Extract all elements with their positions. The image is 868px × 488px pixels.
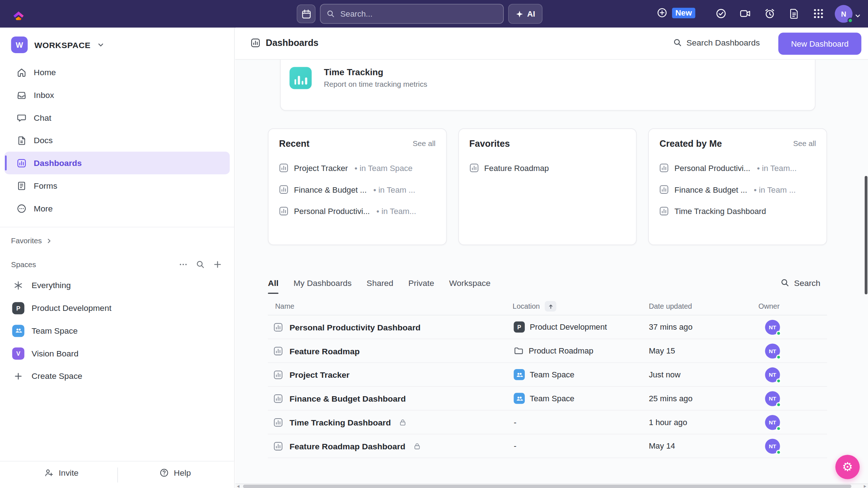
global-search[interactable] <box>320 4 504 24</box>
table-row[interactable]: Feature Roadmap Dashboard-May 14NT <box>268 435 827 458</box>
chevron-right-icon <box>46 238 52 244</box>
column-date-updated[interactable]: Date updated <box>649 302 758 311</box>
docs-icon <box>17 135 27 145</box>
sidebar-item-label: Home <box>34 68 56 77</box>
dashboard-name: Project Tracker <box>294 163 348 172</box>
dashboard-icon <box>279 163 288 173</box>
notepad-icon[interactable] <box>788 8 800 19</box>
space-item-vision-board[interactable]: VVision Board <box>4 342 230 365</box>
tasks-check-icon[interactable] <box>715 8 727 19</box>
dashboard-link[interactable]: Finance & Budget ...• in Team ... <box>279 179 435 200</box>
video-icon[interactable] <box>740 8 751 19</box>
owner-avatar[interactable]: NT <box>765 415 780 429</box>
space-avatar: V <box>12 347 25 359</box>
horizontal-scrollbar-thumb[interactable] <box>243 485 851 488</box>
owner-avatar[interactable]: NT <box>765 438 780 453</box>
column-owner[interactable]: Owner <box>758 302 827 311</box>
user-avatar[interactable]: N <box>835 5 852 23</box>
horizontal-scrollbar[interactable]: ◀ ▶ <box>235 484 868 488</box>
plus-icon[interactable] <box>213 260 222 269</box>
featured-card[interactable]: Time Tracking Report on time tracking me… <box>280 60 815 111</box>
dashboard-name: Feature Roadmap <box>484 163 549 172</box>
table-row[interactable]: Project TrackerTeam SpaceJust nowNT <box>268 363 827 387</box>
create-space-button[interactable]: Create Space <box>4 365 230 388</box>
list-search-button[interactable]: Search <box>781 278 820 287</box>
dashboard-link[interactable]: Feature Roadmap <box>469 157 626 179</box>
search-dashboards-button[interactable]: Search Dashboards <box>673 38 760 47</box>
list-search-label: Search <box>794 278 821 287</box>
space-item-everything[interactable]: Everything <box>4 274 230 297</box>
sidebar-item-docs[interactable]: Docs <box>4 129 230 152</box>
see-all-link[interactable]: See all <box>793 140 816 148</box>
settings-fab-button[interactable]: ⚙ <box>835 455 860 479</box>
table-row[interactable]: Time Tracking Dashboard-1 hour agoNT <box>268 411 827 435</box>
scroll-right-arrow-icon[interactable]: ▶ <box>864 484 866 488</box>
sidebar-item-forms[interactable]: Forms <box>4 174 230 197</box>
dashboard-link[interactable]: Personal Productivi...• in Team... <box>659 157 816 179</box>
ai-sparkle-icon <box>515 10 524 18</box>
column-name[interactable]: Name <box>268 302 513 311</box>
row-name: Personal Productivity Dashboard <box>290 322 421 332</box>
dashboard-link[interactable]: Finance & Budget ...• in Team ... <box>659 179 816 200</box>
product-development-avatar: P <box>514 321 525 333</box>
lock-icon <box>414 442 421 450</box>
see-all-link[interactable]: See all <box>413 140 435 148</box>
dashboard-link[interactable]: Personal Productivi...• in Team... <box>279 200 435 222</box>
owner-avatar[interactable]: NT <box>765 320 780 334</box>
owner-avatar[interactable]: NT <box>765 343 780 358</box>
owner-avatar[interactable]: NT <box>765 367 780 382</box>
dashboard-icon <box>273 370 283 379</box>
space-item-team-space[interactable]: Team Space <box>4 319 230 342</box>
space-label: Vision Board <box>31 348 78 358</box>
sidebar-item-label: Docs <box>34 136 52 145</box>
tab-shared[interactable]: Shared <box>367 272 393 294</box>
apps-grid-icon[interactable] <box>813 8 824 19</box>
favorites-section-toggle[interactable]: Favorites <box>0 227 234 245</box>
space-item-product-development[interactable]: PProduct Development <box>4 296 230 319</box>
tab-all[interactable]: All <box>268 272 278 294</box>
table-row[interactable]: Personal Productivity DashboardPProduct … <box>268 315 827 339</box>
search-input[interactable] <box>339 9 497 19</box>
plus-circle-icon <box>656 7 668 18</box>
sort-ascending-icon[interactable] <box>545 301 556 312</box>
spaces-list: EverythingPProduct DevelopmentTeam Space… <box>0 269 234 365</box>
online-status-dot <box>776 354 781 359</box>
sidebar-item-inbox[interactable]: Inbox <box>4 84 230 106</box>
ellipsis-icon[interactable] <box>179 260 187 269</box>
owner-avatar[interactable]: NT <box>765 391 780 406</box>
help-button[interactable]: Help <box>159 468 191 478</box>
avatar-chevron-down-icon[interactable] <box>855 11 861 17</box>
table-row[interactable]: Finance & Budget DashboardTeam Space25 m… <box>268 387 827 411</box>
sidebar-item-more[interactable]: More <box>4 197 230 220</box>
invite-button[interactable]: Invite <box>44 468 78 478</box>
team-space-avatar <box>12 325 25 337</box>
create-space-wrap: Create Space <box>0 365 234 388</box>
calendar-button[interactable] <box>297 4 315 23</box>
tab-private[interactable]: Private <box>408 272 434 294</box>
tab-my-dashboards[interactable]: My Dashboards <box>293 272 352 294</box>
sidebar-item-chat[interactable]: Chat <box>4 106 230 129</box>
featured-card-inner: Time Tracking Report on time tracking me… <box>290 67 427 89</box>
sidebar-item-home[interactable]: Home <box>4 61 230 84</box>
content-scroll-area: Time Tracking Report on time tracking me… <box>235 60 868 483</box>
table-row[interactable]: Feature RoadmapProduct RoadmapMay 15NT <box>268 339 827 363</box>
dashboard-link[interactable]: Project Tracker• in Team Space <box>279 157 435 179</box>
sidebar-item-dashboards[interactable]: Dashboards <box>4 151 230 174</box>
search-icon[interactable] <box>196 260 205 269</box>
dashboard-link[interactable]: Time Tracking Dashboard <box>659 200 816 222</box>
scroll-left-arrow-icon[interactable]: ◀ <box>237 484 239 488</box>
vertical-scrollbar-thumb[interactable] <box>865 176 868 295</box>
workspace-switcher[interactable]: W WORKSPACE <box>0 28 234 60</box>
plus-icon <box>14 372 22 380</box>
page-title: Dashboards <box>251 38 318 48</box>
time-clock-icon[interactable] <box>764 8 775 19</box>
card-items: Feature Roadmap <box>469 157 626 179</box>
new-button[interactable]: New <box>656 7 695 18</box>
tab-workspace[interactable]: Workspace <box>449 272 490 294</box>
column-location[interactable]: Location <box>512 301 649 312</box>
location-name: Product Roadmap <box>529 346 593 355</box>
topbar-icon-cluster <box>715 8 825 19</box>
clickup-logo-icon[interactable] <box>11 7 26 21</box>
ai-button[interactable]: AI <box>508 4 542 24</box>
new-dashboard-button[interactable]: New Dashboard <box>778 33 861 55</box>
